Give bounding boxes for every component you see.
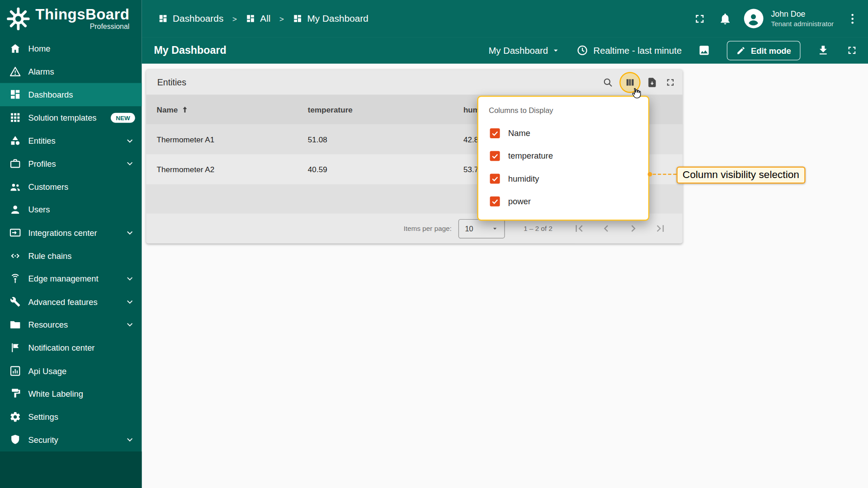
sidebar-item-users[interactable]: Users [0, 198, 142, 221]
pagination-range: 1 – 2 of 2 [524, 225, 552, 232]
page-size-select[interactable]: 10 [458, 219, 505, 238]
first-page-icon[interactable] [572, 222, 585, 235]
more-vert-icon[interactable] [846, 12, 859, 25]
fullscreen-icon[interactable] [693, 12, 706, 25]
flag-icon [9, 342, 21, 354]
chevron-down-icon [125, 319, 135, 330]
mouse-cursor-icon [630, 87, 642, 99]
warning-icon [9, 66, 21, 78]
items-per-page-label: Items per page: [404, 225, 452, 232]
antenna-icon [9, 273, 21, 285]
shield-icon [9, 434, 21, 446]
caret-down-icon [552, 47, 560, 54]
sidebar-item-dashboards[interactable]: Dashboards [0, 83, 142, 106]
breadcrumb-separator: > [232, 14, 237, 23]
dashboards-icon [9, 89, 21, 101]
next-page-icon[interactable] [627, 222, 640, 235]
annotation-connector-line [653, 174, 677, 174]
caret-down-icon [491, 225, 498, 232]
edit-mode-button[interactable]: Edit mode [727, 41, 800, 60]
apps-grid-icon [9, 112, 21, 123]
sidebar-item-entities[interactable]: Entities [0, 129, 142, 152]
sidebar-item-rule-chains[interactable]: Rule chains [0, 244, 142, 267]
sidebar-item-api-usage[interactable]: Api Usage [0, 359, 142, 382]
account-icon [745, 10, 762, 27]
search-icon[interactable] [602, 77, 613, 88]
checkbox-checked-icon[interactable] [490, 151, 500, 161]
sidebar-item-solution-templates[interactable]: Solution templates NEW [0, 106, 142, 129]
export-file-icon[interactable] [646, 77, 657, 88]
dashboard-icon [293, 14, 302, 23]
pencil-icon [736, 46, 746, 55]
column-option-name[interactable]: Name [478, 122, 648, 144]
new-badge: NEW [111, 113, 135, 122]
column-option-power[interactable]: power [478, 190, 648, 212]
fullscreen-icon[interactable] [846, 44, 858, 56]
dashboard-toolbar: My Dashboard My Dashboard Realtime - las… [142, 37, 868, 64]
breadcrumb-separator: > [279, 14, 284, 23]
sort-arrow-up-icon [180, 105, 189, 114]
chevron-down-icon [125, 435, 135, 445]
sidebar-item-home[interactable]: Home [0, 37, 142, 60]
clock-icon [576, 44, 589, 56]
column-option-humidity[interactable]: humidity [478, 167, 648, 190]
fullscreen-icon[interactable] [665, 77, 676, 88]
sidebar-footer [0, 451, 142, 488]
sidebar-item-customers[interactable]: Customers [0, 175, 142, 198]
gear-icon [9, 411, 21, 423]
user-role: Tenant administrator [771, 19, 834, 28]
dashboard-toolbar-actions: My Dashboard Realtime - last minute Edit… [489, 41, 858, 60]
sidebar-item-notification-center[interactable]: Notification center [0, 336, 142, 359]
chevron-down-icon [125, 273, 135, 284]
app-window: ThingsBoard Professional Home Alarms Das… [0, 0, 868, 488]
chevron-down-icon [125, 296, 135, 307]
breadcrumb-all[interactable]: All [246, 13, 271, 24]
category-icon [9, 135, 21, 146]
briefcase-icon [9, 158, 21, 169]
header-actions: John Doe Tenant administrator [693, 9, 859, 28]
columns-icon [624, 77, 635, 88]
user-avatar[interactable] [744, 9, 763, 28]
breadcrumb-my-dashboard[interactable]: My Dashboard [293, 13, 368, 24]
thingsboard-logo[interactable]: ThingsBoard Professional [0, 0, 142, 37]
popup-title: Columns to Display [489, 106, 648, 114]
sidebar-item-edge-management[interactable]: Edge management [0, 267, 142, 290]
columns-to-display-popup: Columns to Display Name temperature humi… [477, 96, 650, 221]
wrench-icon [9, 296, 21, 308]
timewindow-button[interactable]: Realtime - last minute [576, 44, 682, 56]
annotation-connector-dot [648, 172, 652, 177]
sidebar-item-alarms[interactable]: Alarms [0, 60, 142, 83]
checkbox-checked-icon[interactable] [490, 174, 500, 183]
thingsboard-logo-icon [5, 6, 31, 31]
chevron-down-icon [125, 227, 135, 238]
sidebar-item-integrations-center[interactable]: Integrations center [0, 221, 142, 244]
sidebar-item-profiles[interactable]: Profiles [0, 152, 142, 175]
widget-header: Entities [146, 70, 683, 94]
sidebar: ThingsBoard Professional Home Alarms Das… [0, 0, 142, 488]
column-header-name[interactable]: Name [146, 105, 297, 114]
image-icon[interactable] [698, 44, 711, 56]
user-name: John Doe [771, 9, 834, 19]
sidebar-item-white-labeling[interactable]: White Labeling [0, 382, 142, 405]
checkbox-checked-icon[interactable] [490, 196, 500, 206]
sidebar-nav: Home Alarms Dashboards Solution template… [0, 37, 142, 451]
checkbox-checked-icon[interactable] [490, 128, 500, 138]
page-title: My Dashboard [154, 44, 226, 56]
breadcrumb-dashboards[interactable]: Dashboards [158, 13, 223, 24]
user-info: John Doe Tenant administrator [771, 9, 834, 28]
pagination-controls [572, 222, 667, 235]
notifications-bell-icon[interactable] [718, 12, 731, 25]
sidebar-item-settings[interactable]: Settings [0, 405, 142, 428]
sidebar-item-security[interactable]: Security [0, 428, 142, 451]
sidebar-item-advanced-features[interactable]: Advanced features [0, 290, 142, 313]
previous-page-icon[interactable] [599, 222, 613, 235]
download-icon[interactable] [817, 44, 829, 56]
sidebar-item-resources[interactable]: Resources [0, 313, 142, 336]
column-header-temperature[interactable]: temperature [297, 105, 453, 114]
annotation-callout: Column visibility selection [676, 167, 805, 184]
column-option-temperature[interactable]: temperature [478, 145, 648, 167]
last-page-icon[interactable] [654, 222, 667, 235]
chevron-down-icon [125, 136, 135, 146]
dashboard-selector[interactable]: My Dashboard [489, 45, 560, 56]
dashboard-icon [246, 14, 255, 23]
